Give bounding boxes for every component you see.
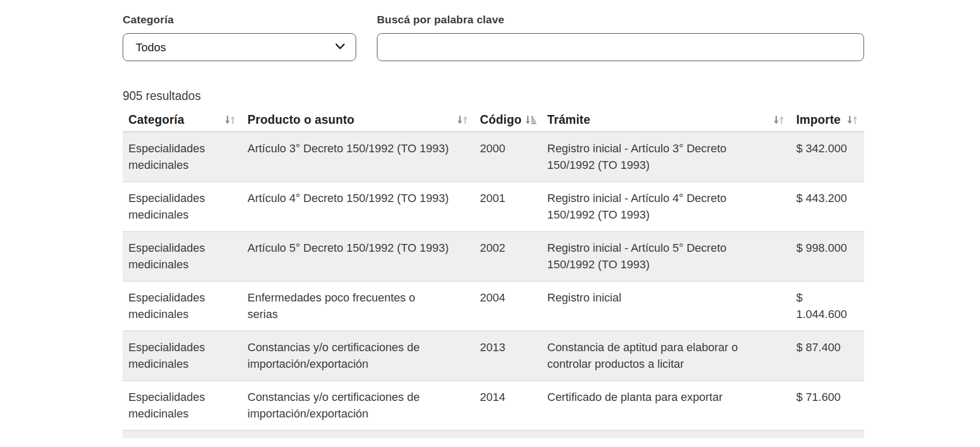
main-content: Categoría Todos Buscá por palabra clave …: [123, 0, 864, 438]
cell-importe: $ 71.600: [791, 380, 864, 430]
cell-categoria: Especialidades medicinales: [123, 132, 242, 181]
keyword-filter: Buscá por palabra clave: [377, 13, 864, 61]
cell-tramite: Registro inicial - Artículo 5° Decreto 1…: [542, 231, 791, 281]
cell-importe: $ 443.200: [791, 181, 864, 231]
table-row: Especialidades medicinales Constancias y…: [123, 380, 864, 430]
category-filter: Categoría Todos: [123, 13, 356, 61]
sort-icon: [773, 114, 784, 125]
cell-codigo: 2001: [474, 181, 542, 231]
column-header-label: Importe: [796, 113, 841, 127]
column-header-categoria[interactable]: Categoría: [123, 110, 242, 132]
table-row: Especialidades medicinales Artículo 4° D…: [123, 181, 864, 231]
cell-tramite: Constancia de aptitud para elaborar o co…: [542, 330, 791, 380]
column-header-producto[interactable]: Producto o asunto: [242, 110, 474, 132]
cell-categoria: Especialidades medicinales: [123, 380, 242, 430]
column-header-tramite[interactable]: Trámite: [542, 110, 791, 132]
cell-producto: Artículo 5° Decreto 150/1992 (TO 1993): [242, 231, 474, 281]
table-header-row: Categoría Producto o asunto: [123, 110, 864, 132]
cell-importe: $ 87.400: [791, 330, 864, 380]
cell-producto: Constancias y/o certificaciones de impor…: [242, 380, 474, 430]
category-select[interactable]: Todos: [123, 33, 356, 61]
cell-importe: $ 1.044.600: [791, 281, 864, 330]
sort-icon: [457, 114, 468, 125]
table-row-partial: [123, 430, 864, 438]
cell-codigo: 2004: [474, 281, 542, 330]
column-header-label: Código: [480, 113, 521, 127]
sort-icon: [847, 114, 858, 125]
cell-codigo: 2014: [474, 380, 542, 430]
procedures-table: Categoría Producto o asunto: [123, 110, 864, 438]
results-count: 905 resultados: [123, 88, 864, 104]
cell-tramite: Registro inicial - Artículo 4° Decreto 1…: [542, 181, 791, 231]
category-label: Categoría: [123, 13, 356, 26]
sort-ascending-icon: [525, 114, 536, 125]
cell-tramite: Registro inicial: [542, 281, 791, 330]
cell-importe: $ 998.000: [791, 231, 864, 281]
sort-icon: [225, 114, 236, 125]
cell-producto: Constancias y/o certificaciones de impor…: [242, 330, 474, 380]
column-header-label: Trámite: [547, 113, 590, 127]
table-row: Especialidades medicinales Artículo 3° D…: [123, 132, 864, 181]
cell-codigo: 2000: [474, 132, 542, 181]
cell-tramite: Registro inicial - Artículo 3° Decreto 1…: [542, 132, 791, 181]
cell-codigo: 2002: [474, 231, 542, 281]
cell-categoria: Especialidades medicinales: [123, 281, 242, 330]
filters-bar: Categoría Todos Buscá por palabra clave: [123, 0, 864, 61]
table-row: Especialidades medicinales Enfermedades …: [123, 281, 864, 330]
cell-producto: Artículo 3° Decreto 150/1992 (TO 1993): [242, 132, 474, 181]
table-row: Especialidades medicinales Constancias y…: [123, 330, 864, 380]
column-header-label: Categoría: [128, 113, 184, 127]
cell-categoria: Especialidades medicinales: [123, 181, 242, 231]
cell-tramite: Certificado de planta para exportar: [542, 380, 791, 430]
cell-producto: Enfermedades poco frecuentes o serias: [242, 281, 474, 330]
column-header-importe[interactable]: Importe: [791, 110, 864, 132]
search-label: Buscá por palabra clave: [377, 13, 864, 26]
cell-importe: $ 342.000: [791, 132, 864, 181]
column-header-label: Producto o asunto: [247, 113, 355, 127]
cell-categoria: Especialidades medicinales: [123, 231, 242, 281]
cell-producto: Artículo 4° Decreto 150/1992 (TO 1993): [242, 181, 474, 231]
search-input[interactable]: [377, 33, 864, 61]
table-row: Especialidades medicinales Artículo 5° D…: [123, 231, 864, 281]
cell-categoria: Especialidades medicinales: [123, 330, 242, 380]
column-header-codigo[interactable]: Código: [474, 110, 542, 132]
cell-codigo: 2013: [474, 330, 542, 380]
